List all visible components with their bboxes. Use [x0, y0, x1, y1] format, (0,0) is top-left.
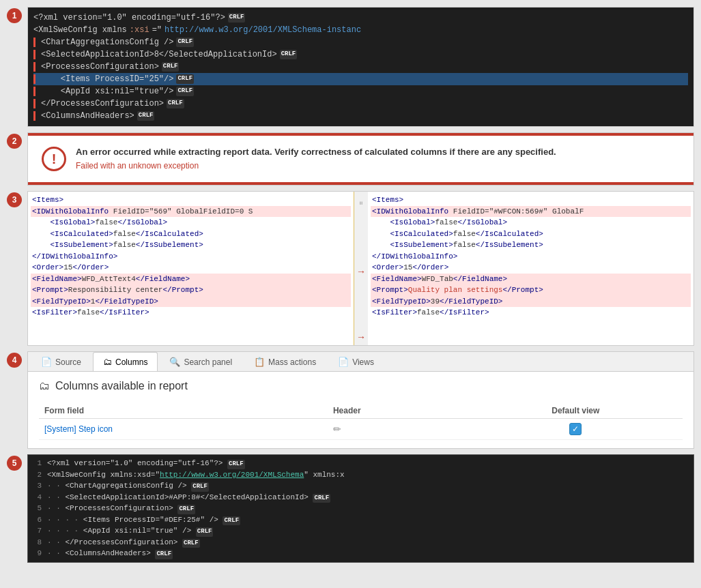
diff-arrow: →: [356, 266, 366, 277]
diff-line: </IDWithGlobalInfo>: [371, 251, 691, 263]
diff-line: <IsSubelement>false</IsSubelement>: [371, 239, 691, 251]
code-line: 6 · · · · <Items ProcessID="#DEF:25#" />…: [28, 514, 693, 526]
xml-indent-marker: [33, 111, 35, 121]
section-5-row: 5 1 <?xml version="1.0" encoding="utf-16…: [7, 454, 694, 563]
error-body: ! An error occurred while extracting rep…: [28, 136, 693, 182]
xml-line: <ProcessesConfiguration> CRLF: [33, 61, 688, 73]
line-content: <XmlSweConfig xmlns:xsd="http://www.w3.o…: [47, 469, 345, 481]
tabs-section: 📄 Source 🗂 Columns 🔍 Search panel 📋 Mass…: [27, 351, 694, 449]
code-line: 5 · · <ProcessesConfiguration> CRLF: [28, 503, 693, 514]
code-line: 8 · · </ProcessesConfiguration> CRLF: [28, 537, 693, 548]
section-2-row: 2 ! An error occurred while extracting r…: [7, 132, 694, 186]
line-number: 9: [28, 548, 47, 559]
views-tab-icon: 📄: [338, 357, 349, 367]
xml-line: <ColumnsAndHeaders> CRLF: [33, 110, 688, 122]
xml-line-highlighted: <Items ProcessID="25"/> CRLF: [33, 73, 688, 85]
xml-indent-marker: [33, 38, 35, 47]
tab-views-label: Views: [352, 357, 374, 367]
columns-section: 🗂 Columns available in report Form field…: [28, 372, 693, 448]
crlf-badge: CRLF: [196, 527, 214, 537]
diff-line: <IsCalculated>false</IsCalculated>: [31, 229, 351, 240]
xml-indent-marker: [33, 74, 35, 84]
crlf-badge: CRLF: [176, 87, 194, 96]
crlf-badge: CRLF: [182, 539, 200, 548]
diff-line: <IsGlobal>false</IsGlobal>: [371, 217, 691, 229]
xml-editor-section: <?xml version="1.0" encoding="utf-16"?> …: [27, 7, 694, 127]
tab-mass-actions[interactable]: 📋 Mass actions: [244, 352, 326, 371]
diff-line-highlight: <FieldTypeID>39</FieldTypeID>: [371, 296, 691, 308]
tab-columns-label: Columns: [115, 357, 147, 367]
line-number: 5: [28, 503, 47, 514]
section-4-row: 4 📄 Source 🗂 Columns 🔍 Search panel 📋 Ma…: [7, 351, 694, 449]
diff-line-highlight: <FieldName>WFD_Tab</FieldName>: [371, 274, 691, 285]
code-line: 3 · · <ChartAggregationsConfig /> CRLF: [28, 480, 693, 492]
tab-source-label: Source: [55, 357, 81, 367]
line-number: 4: [28, 492, 47, 503]
diff-line: <IsFilter>false</IsFilter>: [31, 307, 351, 319]
diff-line: <IsGlobal>false</IsGlobal>: [31, 217, 351, 229]
code-line: 7 · · · · <AppId xsi:nil="true" /> CRLF: [28, 525, 693, 537]
diff-line-highlight: <IDWithGlobalInfo FieldID="#WFCON:569#" …: [371, 206, 691, 218]
field-link[interactable]: [System] Step icon: [44, 424, 113, 434]
crlf-badge: CRLF: [280, 50, 298, 59]
diff-line: </IDWithGlobalInfo>: [31, 251, 351, 263]
diff-pane-right: <Items> <IDWithGlobalInfo FieldID="#WFCO…: [368, 192, 693, 345]
edit-icon[interactable]: ✏: [333, 424, 341, 435]
col-header-form-field: Form field: [39, 403, 328, 419]
section-1-row: 1 <?xml version="1.0" encoding="utf-16"?…: [7, 7, 694, 127]
crlf-badge: CRLF: [167, 99, 184, 108]
line-number: 1: [28, 458, 47, 469]
diff-line: <Order>15</Order>: [31, 262, 351, 274]
code-line: 4 · · <SelectedApplicationId>#APP:8#</Se…: [28, 492, 693, 503]
code-line: 1 <?xml version="1.0" encoding="utf-16"?…: [28, 458, 693, 469]
diff-line: <Order>15</Order>: [371, 262, 691, 274]
error-text-block: An error occurred while extracting repor…: [76, 147, 556, 171]
columns-title: 🗂 Columns available in report: [39, 380, 683, 392]
tab-source[interactable]: 📄 Source: [31, 352, 91, 371]
source-tab-icon: 📄: [41, 357, 52, 367]
section-3-row: 3 <Items> <IDWithGlobalInfo FieldID="569…: [7, 191, 694, 346]
section-number-5: 5: [7, 456, 22, 471]
columns-table: Form field Header Default view [System] …: [39, 403, 683, 440]
line-content: · · <ColumnsAndHeaders> CRLF: [47, 548, 173, 559]
diff-line: <IsCalculated>false</IsCalculated>: [371, 229, 691, 240]
tab-views[interactable]: 📄 Views: [328, 352, 384, 371]
line-content: <?xml version="1.0" encoding="utf-16"?> …: [47, 458, 245, 469]
default-view-checkbox[interactable]: ✓: [569, 423, 582, 435]
diff-line-highlight: <Prompt>Quality plan settings</Prompt>: [371, 284, 691, 296]
error-bottom-border: [28, 182, 693, 185]
mass-actions-tab-icon: 📋: [254, 357, 265, 367]
crlf-badge: CRLF: [191, 482, 209, 492]
col-header-header: Header: [328, 403, 469, 419]
line-content: · · · · <AppId xsi:nil="true" /> CRLF: [47, 525, 213, 537]
line-content: · · <SelectedApplicationId>#APP:8#</Sele…: [47, 492, 330, 503]
diff-line: <Items>: [31, 194, 351, 206]
section-number-4: 4: [7, 353, 22, 368]
line-number: 2: [28, 469, 47, 481]
diff-separator: ≡ → →: [354, 192, 368, 345]
columns-title-icon: 🗂: [39, 380, 50, 392]
line-number: 7: [28, 525, 47, 537]
xml-indent-marker: [33, 87, 35, 96]
diff-section: <Items> <IDWithGlobalInfo FieldID="569" …: [27, 191, 694, 346]
col-header-default-view: Default view: [468, 403, 683, 419]
tab-search-panel[interactable]: 🔍 Search panel: [159, 352, 242, 371]
xml-indent-marker: [33, 50, 35, 59]
section-number-3: 3: [7, 192, 22, 207]
crlf-badge: CRLF: [313, 494, 330, 503]
diff-line-highlight: <FieldName>WFD_AttText4</FieldName>: [31, 274, 351, 285]
bottom-xml-section: 1 <?xml version="1.0" encoding="utf-16"?…: [27, 454, 694, 563]
code-line: 9 · · <ColumnsAndHeaders> CRLF: [28, 548, 693, 559]
tab-columns[interactable]: 🗂 Columns: [93, 352, 158, 371]
line-number: 3: [28, 480, 47, 492]
xml-line: <XmlSweConfig xmlns:xsi="http://www.w3.o…: [33, 24, 688, 36]
tabs-bar: 📄 Source 🗂 Columns 🔍 Search panel 📋 Mass…: [28, 352, 693, 372]
line-number: 6: [28, 514, 47, 526]
xml-line: <AppId xsi:nil="true"/> CRLF: [33, 85, 688, 98]
crlf-badge: CRLF: [177, 505, 195, 514]
col-field-link[interactable]: [System] Step icon: [39, 419, 328, 440]
crlf-badge: CRLF: [176, 38, 194, 47]
section-number-2: 2: [7, 134, 22, 149]
xml-indent-marker: [33, 62, 35, 72]
crlf-badge: CRLF: [155, 550, 173, 559]
